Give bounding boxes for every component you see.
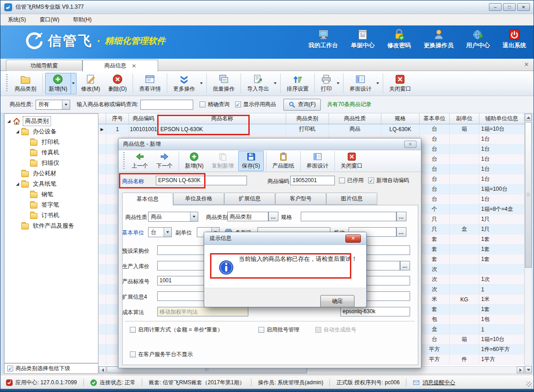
edit-button[interactable]: 修改(M) bbox=[77, 73, 104, 94]
column-header[interactable]: 商品名称 bbox=[159, 113, 286, 124]
tree-item[interactable]: 扫描仪 bbox=[25, 158, 61, 168]
scroll-right-arrow[interactable] bbox=[517, 367, 524, 373]
column-header[interactable]: 商品类别 bbox=[286, 113, 329, 124]
close-window-button[interactable]: 关闭窗口 bbox=[337, 151, 366, 171]
close-button[interactable]: ✕ bbox=[517, 3, 530, 11]
hide-on-platform-checkbox[interactable]: 在客户服务平台不显示 bbox=[130, 351, 193, 358]
tabstrip-close-icon[interactable]: ✕ bbox=[524, 61, 529, 67]
banner-workbench-button[interactable]: 我的工作台 bbox=[308, 29, 338, 50]
print-button[interactable]: 打印 bbox=[317, 73, 341, 94]
ui-design-button[interactable]: 界面设计 bbox=[346, 73, 380, 94]
tree-item[interactable]: 办公设备 bbox=[16, 127, 58, 137]
picker-button[interactable]: … bbox=[400, 261, 410, 270]
column-header[interactable] bbox=[98, 113, 106, 124]
scrollbar-thumb[interactable] bbox=[525, 122, 532, 268]
menu-system[interactable]: 系统(S) bbox=[8, 16, 26, 24]
show-disabled-checkbox[interactable]: 显示停用商品 bbox=[235, 101, 276, 108]
maximize-button[interactable]: □ bbox=[503, 3, 516, 11]
tab-close-icon[interactable]: ✕ bbox=[132, 63, 136, 69]
product-category-button[interactable]: 商品类别 bbox=[11, 73, 40, 94]
exact-query-checkbox[interactable]: 精确查询 bbox=[200, 101, 230, 108]
resize-grip[interactable] bbox=[526, 382, 532, 387]
close-window-button[interactable]: 关闭窗口 bbox=[385, 73, 415, 94]
more-actions-button[interactable]: 更多操作 bbox=[169, 73, 204, 94]
checkbox-icon[interactable] bbox=[235, 102, 241, 107]
checkbox-icon[interactable] bbox=[339, 178, 345, 183]
banner-user-center-button[interactable]: 用户中心 bbox=[466, 29, 490, 50]
category-picker-button[interactable]: … bbox=[268, 212, 278, 221]
tree-expander-icon[interactable] bbox=[7, 120, 10, 123]
ui-design-button[interactable]: 界面设计 bbox=[303, 151, 332, 171]
dialog-tab-5[interactable]: 图片信息 bbox=[326, 193, 377, 205]
scroll-down-arrow[interactable] bbox=[525, 366, 532, 373]
stopped-checkbox[interactable]: 已停用 bbox=[339, 177, 364, 184]
add-button[interactable]: 新增(N) bbox=[45, 73, 77, 94]
banner-operator-button[interactable]: 更换操作员 bbox=[424, 29, 453, 50]
column-header[interactable]: 副单位 bbox=[450, 113, 479, 124]
dialog-tab-1[interactable]: 基本信息 bbox=[122, 193, 173, 205]
tree-item[interactable]: 打印机 bbox=[25, 137, 61, 147]
column-header[interactable]: 基本单位 bbox=[420, 113, 450, 124]
banner-password-button[interactable]: 修改密码 bbox=[387, 29, 411, 50]
copy-add-button[interactable]: 复制新增 bbox=[208, 151, 237, 171]
banner-exit-button[interactable]: 退出系统 bbox=[503, 29, 526, 50]
column-header[interactable]: 规格 bbox=[381, 113, 420, 124]
checkbox-icon[interactable] bbox=[258, 327, 264, 333]
chevron-down-icon[interactable] bbox=[375, 73, 380, 94]
save-button[interactable]: 保存(S) bbox=[238, 151, 264, 171]
tree-item[interactable]: 签字笔 bbox=[25, 200, 61, 210]
banner-bill-center-button[interactable]: 单据中心 bbox=[351, 29, 375, 50]
spec-input[interactable] bbox=[301, 212, 396, 221]
checkbox-icon[interactable] bbox=[130, 327, 136, 333]
dialog-checkbox-3[interactable]: 自动生成批号 bbox=[315, 326, 356, 334]
chevron-down-icon[interactable] bbox=[190, 212, 198, 221]
query-button[interactable]: 查询(F) bbox=[283, 99, 321, 111]
checkbox-icon[interactable] bbox=[200, 102, 205, 107]
tree-item[interactable]: 软件产品及服务 bbox=[16, 221, 76, 231]
dialog-checkbox-2[interactable]: 启用批号管理 bbox=[258, 326, 299, 334]
form-input[interactable]: 移动加权平均法 bbox=[157, 307, 248, 316]
add-button[interactable]: 新增(N) bbox=[181, 151, 207, 171]
chevron-down-icon[interactable] bbox=[62, 100, 70, 109]
scroll-left-arrow[interactable] bbox=[99, 367, 106, 373]
table-row[interactable]: ▶1100101001EPSON LQ-630K打印机商品LQ-630K台箱1箱… bbox=[98, 124, 524, 134]
view-detail-button[interactable]: 查看详情 bbox=[135, 73, 164, 94]
tab-product-info[interactable]: 商品信息 ✕ bbox=[82, 60, 158, 71]
dialog-checkbox-1[interactable]: 启用计重方式（金额 = 单价*重量） bbox=[130, 326, 223, 334]
checkbox-icon[interactable] bbox=[7, 366, 13, 372]
tree-item[interactable]: 订书机 bbox=[25, 210, 61, 220]
dialog-tab-2[interactable]: 单位及价格 bbox=[173, 193, 224, 205]
sort-settings-button[interactable]: 排序设置 bbox=[283, 73, 312, 94]
dialog-close-button[interactable]: ✕ bbox=[404, 141, 416, 148]
tab-nav-window[interactable]: 功能导航窗 bbox=[6, 60, 82, 71]
tree-item[interactable]: 文具纸笔 bbox=[16, 179, 58, 189]
chevron-down-icon[interactable] bbox=[335, 73, 340, 94]
checkbox-icon[interactable] bbox=[130, 351, 136, 357]
autocode-checkbox[interactable]: 新增自动编码 bbox=[368, 177, 409, 184]
prev-button[interactable]: 上一个 bbox=[128, 151, 152, 171]
column-header[interactable]: 序号 bbox=[106, 113, 129, 124]
include-sub-checkbox[interactable]: 商品类别选择包括下级 bbox=[7, 365, 70, 372]
batch-actions-button[interactable]: 批量操作 bbox=[209, 73, 238, 94]
search-input[interactable] bbox=[140, 100, 193, 110]
product-drawing-button[interactable]: 产品图纸 bbox=[269, 151, 298, 171]
delete-button[interactable]: 删除(D) bbox=[105, 73, 131, 94]
next-button[interactable]: 下一个 bbox=[153, 151, 176, 171]
base-unit-select[interactable]: 台 bbox=[148, 227, 172, 237]
scroll-up-arrow[interactable] bbox=[525, 114, 532, 121]
tree-expander-icon[interactable] bbox=[16, 183, 19, 186]
column-header[interactable]: 商品编码 bbox=[129, 113, 159, 124]
chevron-down-icon[interactable] bbox=[164, 228, 171, 237]
tree-expander-icon[interactable] bbox=[16, 130, 19, 133]
chevron-down-icon[interactable] bbox=[198, 73, 204, 94]
column-header[interactable]: 辅助单位信息 bbox=[479, 113, 524, 124]
minimize-button[interactable]: – bbox=[489, 3, 502, 11]
vertical-scrollbar[interactable] bbox=[524, 113, 532, 374]
alert-close-button[interactable]: ✕ bbox=[345, 234, 361, 243]
menu-window[interactable]: 窗口(W) bbox=[40, 16, 59, 24]
ok-button[interactable]: 确定 bbox=[320, 295, 354, 307]
form-input-right[interactable]: epsonlq-630k bbox=[340, 307, 410, 316]
column-header[interactable]: 商品性质 bbox=[329, 113, 381, 124]
nature-filter-select[interactable]: 所有 bbox=[36, 100, 70, 110]
tree-item[interactable]: 传真机 bbox=[25, 148, 61, 158]
